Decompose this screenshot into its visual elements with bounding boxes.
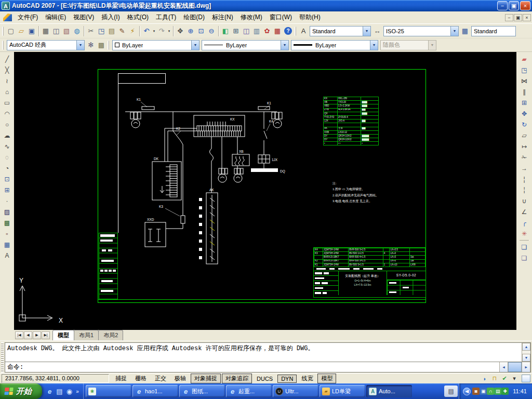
menu-item-7[interactable]: 标注(N)	[208, 11, 237, 23]
tab-next-button[interactable]: ▶	[33, 331, 41, 339]
help-icon[interactable]: ?	[284, 27, 292, 35]
undo-icon[interactable]: ↶	[141, 26, 152, 36]
menu-item-8[interactable]: 修改(M)	[237, 11, 266, 23]
zoom-previous-icon[interactable]: ⊖	[206, 26, 217, 36]
model-canvas[interactable]: K1 K1 K2 K3 K4 KX XB DK AK XXD 1JX DQ	[14, 52, 516, 330]
command-scrollbar[interactable]: ▲ ▼	[522, 343, 530, 362]
taskbar-button-hao1[interactable]: ehao1...	[132, 385, 178, 397]
security-tray-icon[interactable]: ✚	[501, 388, 509, 395]
paste-icon[interactable]: ▤	[107, 26, 117, 36]
scroll-thumb[interactable]	[508, 362, 522, 372]
tray-collapse-icon[interactable]: ◀	[463, 388, 471, 395]
associated-standards-icon[interactable]: ✔	[500, 375, 509, 383]
toggle-dyn[interactable]: DYN	[277, 375, 297, 383]
toggle-model[interactable]: 模型	[317, 374, 336, 383]
designcenter-icon[interactable]: ⊞	[231, 26, 241, 36]
tool-palettes-icon[interactable]: ◫	[241, 26, 251, 36]
hatch-icon[interactable]: ▨	[2, 206, 12, 217]
plot-preview-icon[interactable]: ◫	[51, 26, 61, 36]
erase-icon[interactable]: ▰	[519, 54, 530, 64]
toolbar-grip[interactable]	[108, 41, 109, 50]
taskbar-button-Ultr[interactable]: UUltr...	[273, 385, 318, 397]
document-restore-button[interactable]: ▣	[514, 14, 522, 21]
quickcalc-icon[interactable]: ▦	[272, 26, 283, 36]
toolbar-lock-icon[interactable]: ⊓	[490, 375, 499, 383]
zoom-realtime-icon[interactable]: ⊕	[185, 26, 196, 36]
point-icon[interactable]: ·	[2, 195, 12, 206]
trim-icon[interactable]: ✁	[519, 152, 530, 163]
toggle-ducs[interactable]: DUCS	[253, 375, 276, 383]
toggle-polar[interactable]: 极轴	[171, 374, 190, 383]
multiline-text-icon[interactable]: A	[2, 250, 12, 261]
chevron-down-icon[interactable]: ▼	[76, 41, 84, 50]
menu-item-6[interactable]: 绘图(D)	[180, 11, 208, 23]
color-combo[interactable]: ByLayer ▼	[112, 40, 200, 50]
status-menu-arrow-icon[interactable]: ▾	[510, 375, 519, 383]
zoom-window-icon[interactable]: ⊡	[196, 26, 206, 36]
taskbar-button-ie[interactable]: e起重...	[226, 385, 272, 397]
menu-item-4[interactable]: 格式(O)	[124, 11, 152, 23]
rotate-icon[interactable]: ↻	[519, 119, 530, 130]
rectangle-icon[interactable]: ▭	[2, 97, 12, 108]
menu-item-3[interactable]: 插入(I)	[98, 11, 123, 23]
markup-set-manager-icon[interactable]: ✿	[262, 26, 272, 36]
menu-item-5[interactable]: 工具(T)	[152, 11, 180, 23]
extend-icon[interactable]: →	[519, 163, 530, 174]
construction-line-icon[interactable]: ╳	[2, 64, 12, 75]
workspace-combo[interactable]: AutoCAD 经典 ▼	[7, 40, 85, 50]
title-bar[interactable]: A AutoCAD 2007 - [E:\行车图纸\LD单梁\电动单梁起重机安装…	[0, 0, 532, 11]
table-style-combo[interactable]: Standard	[471, 26, 516, 36]
redo-icon[interactable]: ↷	[156, 26, 167, 36]
scroll-down-icon[interactable]: ▼	[522, 354, 530, 362]
cut-icon[interactable]: ✂	[86, 26, 96, 36]
line-icon[interactable]: ╱	[2, 54, 12, 64]
taskbar-button-ie[interactable]: e图纸...	[179, 385, 225, 397]
ellipse-icon[interactable]: ◌	[2, 152, 12, 163]
open-icon[interactable]: ▱	[16, 26, 26, 36]
menu-item-9[interactable]: 窗口(W)	[266, 11, 296, 23]
copy-icon[interactable]: ◳	[96, 26, 107, 36]
tab-layout2[interactable]: 布局2	[98, 330, 123, 340]
document-close-button[interactable]: ×	[523, 14, 531, 21]
command-history[interactable]: Autodesk DWG。 此文件上次由 Autodesk 应用程序或 Auto…	[5, 343, 522, 362]
toggle-grid[interactable]: 栅格	[131, 374, 150, 383]
block-editor-icon[interactable]: ⚡	[127, 26, 138, 36]
command-hscroll[interactable]: ◀ ▶	[499, 362, 530, 372]
text-style-combo[interactable]: Standard ▼	[310, 26, 371, 36]
save-icon[interactable]: ▣	[26, 26, 37, 36]
toggle-osnap[interactable]: 对象捕捉	[191, 374, 221, 383]
close-button[interactable]: ×	[520, 1, 530, 10]
make-block-icon[interactable]: ⊞	[2, 184, 12, 195]
messenger-tray-icon[interactable]: ▤	[494, 388, 501, 395]
menu-item-0[interactable]: 文件(F)	[14, 11, 42, 23]
revision-cloud-icon[interactable]: ☁	[2, 130, 12, 141]
taskbar-button-image[interactable]: ❀	[86, 385, 131, 397]
redo-dropdown-icon[interactable]: ▾	[167, 26, 171, 36]
scroll-right-icon[interactable]: ▶	[522, 362, 530, 372]
new-icon[interactable]: ▢	[6, 26, 16, 36]
stretch-icon[interactable]: ↦	[519, 141, 530, 152]
toggle-lwt[interactable]: 线宽	[298, 374, 316, 383]
chevron-down-icon[interactable]: ▼	[191, 41, 199, 50]
mirror-icon[interactable]: ⋈	[519, 75, 530, 86]
chevron-down-icon[interactable]: ▼	[450, 26, 458, 36]
join-icon[interactable]: ∪	[519, 195, 530, 206]
scroll-up-icon[interactable]: ▲	[522, 343, 530, 351]
circle-icon[interactable]: ○	[2, 119, 12, 130]
text-style-icon[interactable]: A	[298, 26, 309, 36]
input-method-button[interactable]: ▤	[444, 385, 458, 397]
menu-item-10[interactable]: 帮助(H)	[296, 11, 324, 23]
tab-last-button[interactable]: ▶|	[42, 331, 50, 339]
break-icon[interactable]: ╎	[519, 184, 530, 195]
publish-icon[interactable]: ▧	[61, 26, 72, 36]
lineweight-combo[interactable]: ByLayer ▼	[291, 40, 378, 50]
coordinates-readout[interactable]: 2317.7856, 332.4811, 0.0000	[2, 374, 109, 383]
gradient-icon[interactable]: ▩	[2, 217, 12, 228]
spline-icon[interactable]: ∿	[2, 141, 12, 152]
communication-center-icon[interactable]: ◗	[480, 375, 489, 383]
ellipse-arc-icon[interactable]: ◔	[2, 163, 12, 174]
command-prompt[interactable]: 命令:	[7, 363, 23, 371]
quicklaunch-overflow-icon[interactable]: »	[74, 386, 81, 396]
chevron-down-icon[interactable]: ▼	[363, 26, 370, 36]
tab-first-button[interactable]: |◀	[15, 331, 23, 339]
